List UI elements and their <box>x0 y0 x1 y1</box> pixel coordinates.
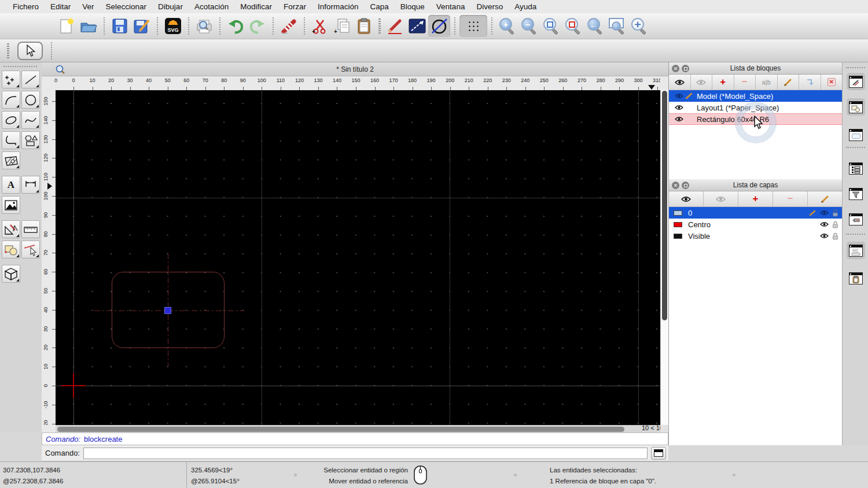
circle-tool-button[interactable] <box>21 91 40 109</box>
palette-drag-handle[interactable] <box>3 66 37 67</box>
image-tool-button[interactable] <box>2 196 20 214</box>
layer-row-centro[interactable]: Centro <box>669 219 842 230</box>
command-window-button[interactable] <box>651 447 666 460</box>
zoom-previous-button[interactable]: ← <box>584 15 606 37</box>
toolbar-drag-handle[interactable] <box>378 19 381 34</box>
text-tool-button[interactable]: A <box>2 176 20 194</box>
dock-command-line-button[interactable] <box>847 242 865 259</box>
polyline-tool-button[interactable] <box>2 131 20 149</box>
grid-toggle-button[interactable] <box>459 15 487 37</box>
dock-clipboard-button[interactable] <box>847 269 865 287</box>
solid-3d-tool-button[interactable] <box>2 265 20 283</box>
dock-block-list-button[interactable] <box>847 98 865 116</box>
menu-forzar[interactable]: Forzar <box>278 2 312 11</box>
eye-icon[interactable] <box>820 210 829 216</box>
menu-editar[interactable]: Editar <box>45 2 76 11</box>
layer-hide-all-button[interactable] <box>704 191 738 206</box>
paste-button[interactable] <box>353 15 375 37</box>
arc-tool-button[interactable] <box>2 91 20 109</box>
cut-button[interactable]: + <box>309 15 331 37</box>
detach-icon[interactable] <box>682 65 689 72</box>
block-show-all-button[interactable] <box>669 75 691 90</box>
copy-button[interactable]: + <box>331 15 353 37</box>
layer-edit-button[interactable] <box>808 191 842 206</box>
delete-button[interactable] <box>278 15 300 37</box>
vertical-scrollbar-thumb[interactable] <box>662 91 667 320</box>
selection-tool-button[interactable] <box>17 42 43 60</box>
menu-seleccionar[interactable]: Seleccionar <box>100 2 153 11</box>
dock-selection-filter-button[interactable] <box>847 185 865 202</box>
layer-row-0[interactable]: 0 <box>669 207 842 219</box>
lock-icon[interactable] <box>832 221 838 228</box>
drawing-title-bar[interactable]: * Sin título 2 <box>42 62 668 76</box>
block-hide-all-button[interactable] <box>691 75 713 90</box>
measure-tool-button[interactable] <box>21 220 40 238</box>
dock-reference-viewer-button[interactable] <box>847 210 865 228</box>
zoom-window-button[interactable] <box>606 15 628 37</box>
block-add-button[interactable]: + <box>712 75 734 90</box>
block-rename-button[interactable]: a|b <box>756 75 778 90</box>
eye-icon[interactable] <box>674 116 684 122</box>
dock-library-browser-button[interactable] <box>847 126 865 143</box>
zoom-pan-button[interactable]: ✛ <box>628 15 650 37</box>
points-tool-button[interactable] <box>2 71 20 88</box>
redo-button[interactable] <box>247 15 269 37</box>
zoom-auto-button[interactable] <box>540 15 562 37</box>
layer-show-all-button[interactable] <box>669 191 704 206</box>
measure-scale-button[interactable] <box>406 15 428 37</box>
ellipse-tool-button[interactable] <box>2 111 20 129</box>
horizontal-scrollbar[interactable] <box>56 425 660 432</box>
menu-dibujar[interactable]: Dibujar <box>152 2 189 11</box>
lock-icon[interactable] <box>832 209 838 217</box>
draw-attributes-button[interactable] <box>384 15 406 37</box>
vertical-scrollbar[interactable] <box>660 90 668 425</box>
select-entity-tool-button[interactable] <box>21 241 40 258</box>
pencil-icon[interactable] <box>684 93 694 99</box>
spline-tool-button[interactable] <box>21 111 40 129</box>
layer-color-swatch[interactable] <box>674 222 682 227</box>
layer-row-visible[interactable]: Visible <box>669 230 842 242</box>
new-file-button[interactable] <box>56 15 78 37</box>
pencil-icon[interactable] <box>809 210 816 216</box>
toolbar-drag-handle[interactable] <box>7 43 9 58</box>
layer-color-swatch[interactable] <box>674 234 682 239</box>
command-input[interactable] <box>83 448 648 459</box>
shapes-tool-button[interactable] <box>21 131 40 149</box>
detach-icon[interactable] <box>682 182 689 189</box>
dock-layer-list-button[interactable] <box>847 160 865 177</box>
block-row-model[interactable]: Model (*Model_Space) <box>669 90 842 102</box>
menu-acotacion[interactable]: Acotación <box>189 2 234 11</box>
entity-circle-button[interactable] <box>428 15 450 37</box>
selected-reference-point[interactable] <box>165 308 171 313</box>
zoom-out-button[interactable]: − <box>518 15 540 37</box>
eye-icon[interactable] <box>674 93 684 99</box>
svg-export-button[interactable]: SVG <box>162 15 184 37</box>
menu-ventana[interactable]: Ventana <box>431 2 471 11</box>
menu-capa[interactable]: Capa <box>365 2 395 11</box>
eye-icon[interactable] <box>820 221 829 227</box>
open-file-button[interactable] <box>78 15 100 37</box>
menu-fichero[interactable]: Fichero <box>7 2 45 11</box>
lock-icon[interactable] <box>832 232 838 240</box>
save-button[interactable] <box>109 15 131 37</box>
hatch-tool-button[interactable] <box>2 151 20 169</box>
undo-button[interactable] <box>225 15 247 37</box>
save-as-button[interactable] <box>131 15 153 37</box>
order-tool-button[interactable] <box>2 241 20 258</box>
horizontal-scrollbar-thumb[interactable] <box>57 427 624 432</box>
layer-remove-button[interactable]: − <box>773 191 808 206</box>
menu-informacion[interactable]: Información <box>312 2 365 11</box>
layer-color-swatch[interactable] <box>674 210 682 216</box>
block-delete-button[interactable]: ✕ <box>821 75 843 90</box>
modify-tool-button[interactable] <box>2 220 20 238</box>
menu-ver[interactable]: Ver <box>76 2 100 11</box>
menu-modificar[interactable]: Modificar <box>234 2 278 11</box>
dock-property-editor-button[interactable] <box>847 73 865 90</box>
menu-bloque[interactable]: Bloque <box>395 2 431 11</box>
zoom-selection-button[interactable] <box>562 15 584 37</box>
menu-ayuda[interactable]: Ayuda <box>509 2 542 11</box>
close-icon[interactable]: ✕ <box>672 182 679 189</box>
print-preview-button[interactable] <box>193 15 215 37</box>
close-icon[interactable]: ✕ <box>672 65 679 72</box>
eye-icon[interactable] <box>674 105 684 110</box>
